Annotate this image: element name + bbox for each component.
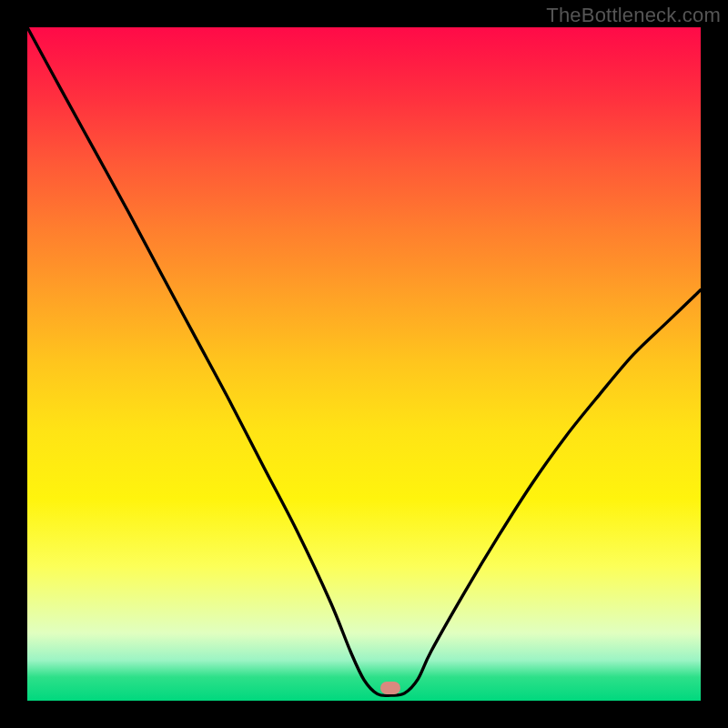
chart-plot-area: [27, 27, 701, 701]
watermark-text: TheBottleneck.com: [546, 4, 721, 27]
optimal-point-marker: [380, 682, 400, 694]
chart-frame: TheBottleneck.com: [0, 0, 728, 728]
bottleneck-curve: [27, 27, 701, 701]
